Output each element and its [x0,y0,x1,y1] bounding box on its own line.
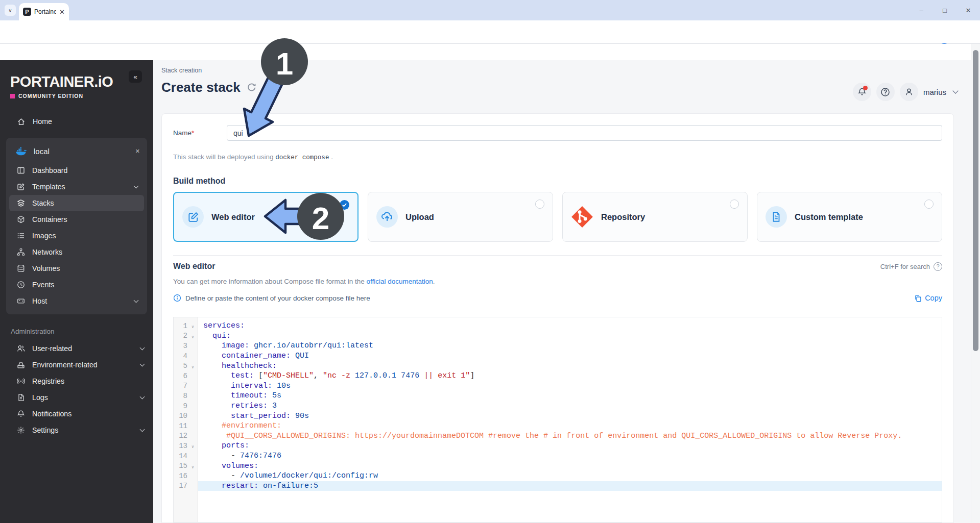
server-icon [17,297,25,305]
name-label: Name* [173,125,227,141]
web-editor-description: You can get more information about Compo… [173,278,942,285]
radio-icon [924,200,934,209]
code-line[interactable]: 14 - 7476:7476 [174,451,942,461]
notification-dot [863,86,868,90]
sidebar-item-images[interactable]: Images [6,228,147,244]
edition-label: COMMUNITY EDITION [18,93,83,99]
code-line[interactable]: 15∨ volumes: [174,461,942,471]
browser-tab[interactable]: P Portainer | lo ✕ [19,3,69,20]
box-icon [17,215,25,223]
code-line[interactable]: 16 - /volume1/docker/qui:/config:rw [174,471,942,481]
code-lines: 1∨services:2∨ qui:3 image: ghcr.io/autob… [174,321,942,491]
page-top-band [0,44,980,60]
user-name[interactable]: marius [923,88,946,96]
chevron-down-icon [140,427,145,432]
sidebar-item-host[interactable]: Host [6,293,147,309]
page-scrollbar[interactable] [971,44,980,523]
code-line[interactable]: 17 restart: on-failure:5 [174,481,942,491]
code-line[interactable]: 1∨services: [174,321,942,331]
notifications-bell-button[interactable] [853,83,871,101]
help-circle-icon[interactable]: ? [934,262,942,271]
sidebar-environment-local[interactable]: local ✕ [6,140,147,162]
code-line[interactable]: 3 image: ghcr.io/autobrr/qui:latest [174,341,942,351]
window-minimize-button[interactable]: – [910,0,933,20]
browser-tab-strip: ∨ P Portainer | lo ✕ – □ ✕ [0,0,980,20]
selected-check-icon [340,200,349,210]
chevron-down-icon [140,394,145,400]
sidebar-item-notifications[interactable]: Notifications [0,406,153,422]
build-method-web-editor[interactable]: Web editor [173,192,358,242]
search-hint: Ctrl+F for search? [880,262,942,271]
sidebar-item-volumes[interactable]: Volumes [6,260,147,277]
layers-icon [17,199,25,207]
environment-panel: local ✕ Dashboard Templates Stacks Conta… [6,138,147,314]
breadcrumb: Stack creation [161,67,202,74]
sidebar-item-settings[interactable]: Settings [0,422,153,438]
deploy-note: This stack will be deployed using docker… [173,153,942,161]
sidebar-item-containers[interactable]: Containers [6,211,147,228]
window-maximize-button[interactable]: □ [933,0,957,20]
radio-icon [730,200,739,209]
sidebar-item-events[interactable]: Events [6,277,147,293]
sidebar-item-registries[interactable]: Registries [0,373,153,389]
code-line[interactable]: 6 test: ["CMD-SHELL", "nc -z 127.0.0.1 7… [174,371,942,381]
code-line[interactable]: 12 #QUI__CORS_ALLOWED_ORIGINS: https://y… [174,431,942,441]
build-method-upload[interactable]: Upload [368,192,553,242]
official-documentation-link[interactable]: official documentation [366,278,433,285]
info-icon [173,294,181,302]
portainer-favicon-icon: P [23,8,31,16]
user-menu-button[interactable] [900,83,918,101]
chevron-down-icon [140,345,145,351]
docker-whale-icon [15,146,27,156]
tab-search-chevron-icon[interactable]: ∨ [5,5,16,16]
upload-icon-circle [376,206,398,228]
code-line[interactable]: 4 container_name: QUI [174,351,942,361]
tab-title: Portainer | lo [34,8,56,15]
dashboard-icon [17,166,25,175]
stack-form-panel: Name* This stack will be deployed using … [161,113,954,523]
window-close-button[interactable]: ✕ [957,0,980,20]
sidebar-collapse-button[interactable]: « [129,70,142,83]
compose-code-editor[interactable]: 1∨services:2∨ qui:3 image: ghcr.io/autob… [173,317,942,522]
edit-square-icon [187,211,199,223]
home-icon [17,117,26,126]
user-icon [904,87,914,96]
sidebar-item-environment-related[interactable]: Environment-related [0,357,153,373]
code-line[interactable]: 8 timeout: 5s [174,391,942,401]
code-line[interactable]: 7 interval: 10s [174,381,942,391]
code-line[interactable]: 9 retries: 3 [174,401,942,411]
build-method-repository[interactable]: Repository [562,192,748,242]
tab-close-icon[interactable]: ✕ [59,8,65,16]
code-line[interactable]: 10 start_period: 90s [174,411,942,421]
code-line[interactable]: 5∨ healthcheck: [174,361,942,371]
list-icon [17,232,25,240]
gear-icon [17,426,25,434]
build-method-title: Build method [173,177,942,186]
radio-icon [535,200,544,209]
chevron-down-icon[interactable] [952,88,958,93]
question-icon [880,87,890,97]
stack-name-input[interactable] [227,125,942,141]
main-content: Stack creation Create stack marius Name*… [153,60,971,523]
copy-button[interactable]: Copy [914,294,942,302]
sidebar-item-home[interactable]: Home [6,112,147,131]
code-line[interactable]: 13∨ ports: [174,441,942,451]
sidebar-item-dashboard[interactable]: Dashboard [6,162,147,179]
sidebar-item-templates[interactable]: Templates [6,179,147,195]
edition-square-icon [10,94,15,98]
help-button[interactable] [876,83,895,101]
code-line[interactable]: 11 #environment: [174,421,942,431]
sidebar-item-networks[interactable]: Networks [6,244,147,260]
build-method-custom-template[interactable]: Custom template [757,192,942,242]
code-line[interactable]: 2∨ qui: [174,331,942,341]
sidebar-item-user-related[interactable]: User-related [0,340,153,357]
scrollbar-thumb[interactable] [973,50,978,351]
chevron-down-icon [140,362,145,367]
broadcast-icon [17,377,25,385]
refresh-icon[interactable] [247,83,256,92]
sidebar-item-logs[interactable]: Logs [0,389,153,406]
document-icon [771,211,782,222]
bell-icon [17,410,25,418]
sidebar-item-stacks[interactable]: Stacks [9,195,144,211]
environment-close-icon[interactable]: ✕ [135,148,140,155]
